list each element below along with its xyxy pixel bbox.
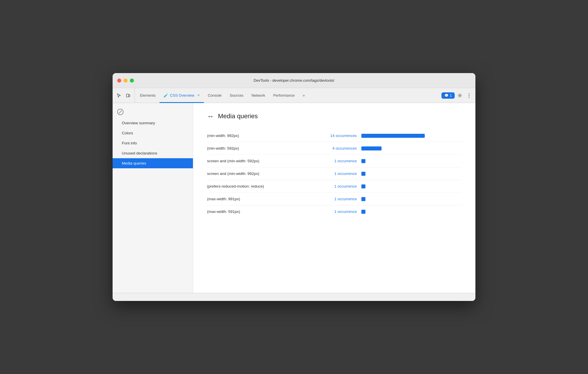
table-row: screen and (min-width: 592px) 1 occurren… — [207, 155, 462, 167]
devtools-toolbar-right: 💬 1 — [441, 88, 473, 103]
tab-css-overview[interactable]: 🧪 CSS Overview ✕ — [160, 88, 204, 103]
chat-icon: 💬 — [444, 94, 449, 98]
minimize-button[interactable] — [124, 79, 128, 83]
query-occurrences[interactable]: 1 occurrence — [311, 197, 357, 201]
tabs-container: Elements 🧪 CSS Overview ✕ Console Source… — [136, 88, 441, 103]
main-panel: ↔ Media queries (min-width: 992px) 14 oc… — [193, 103, 475, 293]
sidebar-item-colors[interactable]: Colors — [113, 128, 193, 138]
section-title: ↔ Media queries — [207, 112, 462, 120]
svg-point-3 — [469, 93, 470, 94]
svg-point-2 — [459, 95, 461, 96]
table-row: (max-width: 591px) 1 occurrence — [207, 205, 462, 218]
tab-elements[interactable]: Elements — [136, 88, 160, 103]
no-entry-icon — [117, 109, 124, 115]
flask-icon: 🧪 — [164, 93, 168, 98]
cursor-icon[interactable] — [115, 91, 123, 100]
query-occurrences[interactable]: 1 occurrence — [311, 184, 357, 188]
svg-rect-1 — [129, 95, 130, 97]
svg-point-5 — [469, 97, 470, 98]
query-bar-container — [357, 197, 462, 201]
query-name: (min-width: 992px) — [207, 133, 311, 138]
sidebar: Overview summary Colors Font info Unused… — [113, 103, 193, 293]
query-occurrences[interactable]: 14 occurrences — [311, 133, 357, 138]
devtools-tabbar: Elements 🧪 CSS Overview ✕ Console Source… — [113, 88, 475, 103]
query-bar — [361, 146, 382, 150]
close-button[interactable] — [117, 79, 121, 83]
query-bar — [361, 172, 365, 176]
query-name: (prefers-reduced-motion: reduce) — [207, 184, 311, 188]
section-heading: Media queries — [218, 112, 258, 120]
tab-close-icon[interactable]: ✕ — [197, 94, 200, 97]
notifications-button[interactable]: 💬 1 — [441, 92, 455, 99]
query-name: screen and (min-width: 992px) — [207, 171, 311, 176]
query-name: screen and (min-width: 592px) — [207, 159, 311, 163]
bottom-bar — [113, 293, 475, 301]
query-bar — [361, 159, 365, 163]
query-bar-container — [357, 134, 462, 138]
table-row: (prefers-reduced-motion: reduce) 1 occur… — [207, 180, 462, 193]
devtools-icon-group — [115, 88, 135, 103]
more-options-icon[interactable] — [465, 91, 473, 100]
svg-point-4 — [469, 95, 470, 96]
query-bar-container — [357, 210, 462, 214]
sidebar-item-media-queries[interactable]: Media queries — [113, 158, 193, 168]
query-bar-container — [357, 146, 462, 150]
query-bar-container — [357, 184, 462, 188]
table-row: screen and (min-width: 992px) 1 occurren… — [207, 167, 462, 180]
table-row: (min-width: 592px) 4 occurrences — [207, 142, 462, 155]
query-name: (max-width: 591px) — [207, 209, 311, 214]
query-bar — [361, 184, 365, 188]
settings-icon[interactable] — [456, 91, 464, 100]
query-bar — [361, 210, 365, 214]
query-bar — [361, 197, 365, 201]
titlebar: DevTools - developer.chrome.com/tags/dev… — [113, 73, 475, 88]
traffic-lights — [117, 79, 134, 83]
tab-network[interactable]: Network — [247, 88, 269, 103]
table-row: (min-width: 992px) 14 occurrences — [207, 129, 462, 142]
media-queries-list: (min-width: 992px) 14 occurrences (min-w… — [207, 129, 462, 218]
query-occurrences[interactable]: 1 occurrence — [311, 171, 357, 176]
query-bar-container — [357, 172, 462, 176]
query-bar — [361, 134, 425, 138]
badge-count: 1 — [450, 94, 452, 98]
tab-performance[interactable]: Performance — [269, 88, 299, 103]
query-name: (max-width: 991px) — [207, 197, 311, 201]
query-occurrences[interactable]: 1 occurrence — [311, 209, 357, 214]
device-toggle-icon[interactable] — [124, 91, 132, 100]
sidebar-item-font-info[interactable]: Font info — [113, 138, 193, 148]
tab-sources[interactable]: Sources — [225, 88, 247, 103]
maximize-button[interactable] — [130, 79, 134, 83]
table-row: (max-width: 991px) 1 occurrence — [207, 193, 462, 205]
devtools-body: Overview summary Colors Font info Unused… — [113, 103, 475, 293]
browser-window: DevTools - developer.chrome.com/tags/dev… — [113, 73, 475, 301]
sidebar-item-unused-declarations[interactable]: Unused declarations — [113, 148, 193, 158]
sidebar-item-overview-summary[interactable]: Overview summary — [113, 118, 193, 128]
tab-console[interactable]: Console — [204, 88, 226, 103]
window-title: DevTools - developer.chrome.com/tags/dev… — [254, 78, 334, 83]
query-occurrences[interactable]: 1 occurrence — [311, 159, 357, 163]
query-name: (min-width: 592px) — [207, 146, 311, 150]
tab-more[interactable]: » — [299, 88, 309, 103]
query-occurrences[interactable]: 4 occurrences — [311, 146, 357, 150]
query-bar-container — [357, 159, 462, 163]
svg-rect-0 — [126, 94, 129, 97]
arrows-icon: ↔ — [207, 112, 214, 120]
